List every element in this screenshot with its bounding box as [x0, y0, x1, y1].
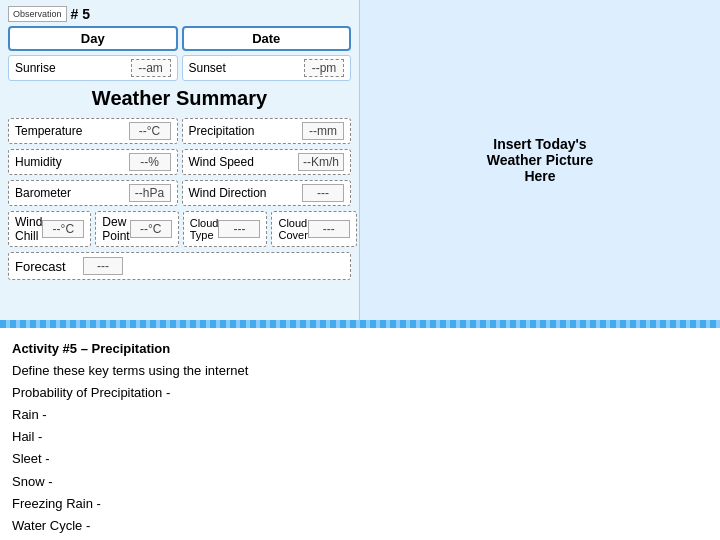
- temperature-value[interactable]: --°C: [129, 122, 171, 140]
- weather-summary-title: Weather Summary: [8, 87, 351, 110]
- cloud-type-cell: Cloud Type ---: [183, 211, 268, 247]
- activity-title: Activity #5 – Precipitation: [12, 338, 708, 360]
- cloud-type-value[interactable]: ---: [218, 220, 260, 238]
- wind-chill-cell: Wind Chill --°C: [8, 211, 91, 247]
- date-box[interactable]: Date: [182, 26, 352, 51]
- wind-direction-value[interactable]: ---: [302, 184, 344, 202]
- wind-speed-label: Wind Speed: [189, 155, 254, 169]
- wind-speed-cell: Wind Speed --Km/h: [182, 149, 352, 175]
- forecast-row: Forecast ---: [8, 252, 351, 280]
- date-label: Date: [252, 31, 280, 46]
- humidity-value[interactable]: --%: [129, 153, 171, 171]
- dew-point-label: Dew Point: [102, 215, 129, 243]
- humidity-label: Humidity: [15, 155, 62, 169]
- weather-picture-panel: Insert Today's Weather Picture Here: [360, 0, 720, 320]
- sunrise-label: Sunrise: [15, 61, 56, 75]
- sunrise-box: Sunrise --am: [8, 55, 178, 81]
- barometer-cell: Barometer --hPa: [8, 180, 178, 206]
- precipitation-value[interactable]: --mm: [302, 122, 344, 140]
- sunset-value: --pm: [304, 59, 344, 77]
- bottom-line2: Probability of Precipitation -: [12, 382, 708, 404]
- cloud-cover-value[interactable]: ---: [308, 220, 350, 238]
- wind-chill-label: Wind Chill: [15, 215, 42, 243]
- dew-point-value[interactable]: --°C: [130, 220, 172, 238]
- barometer-label: Barometer: [15, 186, 71, 200]
- sunset-box: Sunset --pm: [182, 55, 352, 81]
- wind-speed-value[interactable]: --Km/h: [298, 153, 344, 171]
- bottom-line4: Hail -: [12, 426, 708, 448]
- cloud-type-label: Cloud Type: [190, 217, 219, 241]
- dew-point-cell: Dew Point --°C: [95, 211, 178, 247]
- temperature-cell: Temperature --°C: [8, 118, 178, 144]
- section-divider: [0, 320, 720, 328]
- bottom-section: Activity #5 – Precipitation Define these…: [0, 328, 720, 540]
- precipitation-cell: Precipitation --mm: [182, 118, 352, 144]
- wind-direction-cell: Wind Direction ---: [182, 180, 352, 206]
- weather-picture-placeholder: Insert Today's Weather Picture Here: [487, 136, 593, 184]
- bottom-line3: Rain -: [12, 404, 708, 426]
- wind-chill-value[interactable]: --°C: [42, 220, 84, 238]
- bottom-line8: Water Cycle -: [12, 515, 708, 537]
- precipitation-label: Precipitation: [189, 124, 255, 138]
- observation-number: # 5: [71, 6, 90, 22]
- barometer-value[interactable]: --hPa: [129, 184, 171, 202]
- bottom-line1: Define these key terms using the interne…: [12, 360, 708, 382]
- wind-direction-label: Wind Direction: [189, 186, 267, 200]
- cloud-cover-cell: Cloud Cover ---: [271, 211, 356, 247]
- sunrise-value: --am: [131, 59, 171, 77]
- temperature-label: Temperature: [15, 124, 82, 138]
- forecast-label: Forecast: [15, 259, 75, 274]
- bottom-line6: Snow -: [12, 471, 708, 493]
- sunset-label: Sunset: [189, 61, 226, 75]
- humidity-cell: Humidity --%: [8, 149, 178, 175]
- forecast-value[interactable]: ---: [83, 257, 123, 275]
- cloud-cover-label: Cloud Cover: [278, 217, 307, 241]
- bottom-line5: Sleet -: [12, 448, 708, 470]
- day-label: Day: [81, 31, 105, 46]
- day-box[interactable]: Day: [8, 26, 178, 51]
- observation-label: Observation: [8, 6, 67, 22]
- bottom-line7: Freezing Rain -: [12, 493, 708, 515]
